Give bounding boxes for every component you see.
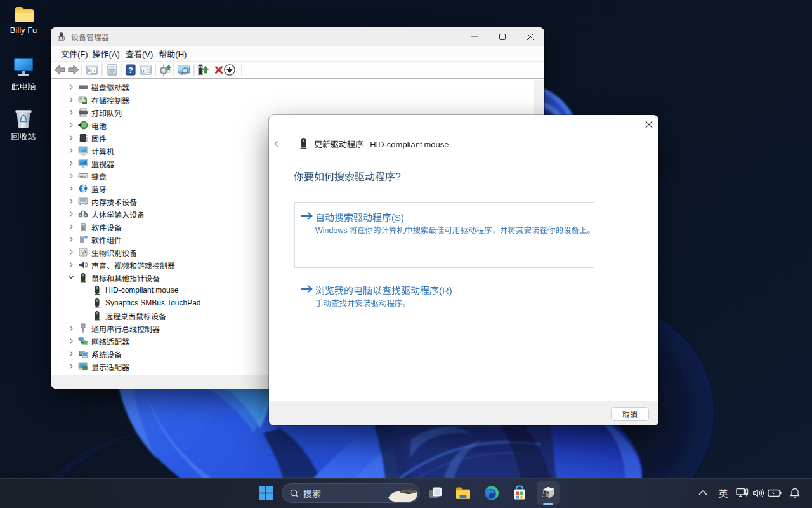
svg-text:?: ?	[128, 65, 133, 75]
